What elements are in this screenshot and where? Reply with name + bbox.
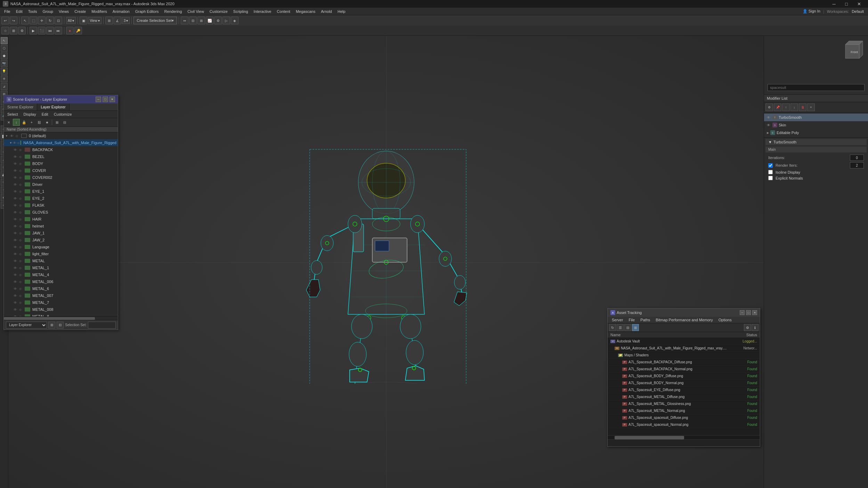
- lock-icon-helmet[interactable]: ◎: [19, 225, 24, 228]
- se-row-backpack[interactable]: 👁 ◎ BACKPACK: [4, 146, 118, 153]
- se-lock-btn[interactable]: 🔒: [21, 119, 27, 126]
- se-sort-btn[interactable]: ↕: [13, 119, 20, 126]
- at-refresh-btn[interactable]: ↻: [609, 324, 616, 331]
- skin-eye-icon[interactable]: 👁: [767, 123, 770, 127]
- close-button[interactable]: ✕: [853, 0, 865, 8]
- menu-modifiers[interactable]: Modifiers: [89, 8, 110, 15]
- menu-views[interactable]: Views: [56, 8, 72, 15]
- se-row-light-filter[interactable]: 👁 ◎ light_filter: [4, 250, 118, 257]
- helper-button[interactable]: ☆: [1, 27, 9, 34]
- lock-icon-light-filter[interactable]: ◎: [19, 253, 24, 256]
- se-horizontal-scrollbar[interactable]: [4, 316, 118, 320]
- lock-icon-nasa[interactable]: ◎: [17, 141, 19, 144]
- asset-tracking-content[interactable]: V Autodesk Vault Logged... M NASA_Astron…: [608, 338, 760, 435]
- selection-set-input[interactable]: [88, 322, 116, 329]
- se-row-metal1[interactable]: 👁 ◎ METAL_1: [4, 264, 118, 271]
- eye-icon-metal008[interactable]: 👁: [14, 308, 18, 312]
- lock-icon-metal8[interactable]: ◎: [19, 315, 24, 317]
- minimize-button[interactable]: ─: [828, 0, 840, 8]
- snap-dropdown[interactable]: 3▾: [122, 17, 130, 24]
- scene-explorer-tab[interactable]: Scene Explorer: [4, 104, 37, 110]
- eye-icon-metal4[interactable]: 👁: [14, 273, 18, 277]
- at-menu-options[interactable]: Options: [716, 317, 735, 323]
- iterations-input[interactable]: [850, 155, 864, 161]
- eye-icon-metal007[interactable]: 👁: [14, 294, 18, 298]
- modifier-tool[interactable]: ⊿: [1, 83, 8, 90]
- render-iters-input[interactable]: [850, 162, 864, 168]
- at-minimize-btn[interactable]: ─: [740, 310, 745, 315]
- se-row-cover002[interactable]: 👁 ◎ COVER002: [4, 174, 118, 181]
- se-row-driver[interactable]: 👁 ◎ Driver: [4, 181, 118, 188]
- scene-explorer-content[interactable]: ▼ 👁 ◎ 0 (default) ▼ 👁 ◎ NASA_Astronaut_S…: [4, 132, 118, 316]
- lock-icon-body[interactable]: ◎: [19, 162, 24, 165]
- lock-icon-metal[interactable]: ◎: [19, 259, 24, 263]
- lock-icon-hair[interactable]: ◎: [19, 218, 24, 221]
- se-menu-select[interactable]: Select: [5, 111, 20, 117]
- eye-icon-metal[interactable]: 👁: [14, 259, 18, 263]
- at-hierarchy-btn[interactable]: ⊞: [632, 324, 639, 331]
- align-button[interactable]: ⊟: [189, 17, 197, 24]
- lock-icon-eye1[interactable]: ◎: [19, 190, 24, 193]
- eye-icon-flask[interactable]: 👁: [14, 204, 18, 207]
- grid-button[interactable]: ⊞: [10, 27, 17, 34]
- se-row-metal008[interactable]: 👁 ◎ METAL_008: [4, 306, 118, 313]
- modifier-turbosmooth[interactable]: 👁 T TurboSmooth: [764, 114, 868, 121]
- curve-editor-button[interactable]: 📈: [206, 17, 213, 24]
- modifier-editable-poly[interactable]: ▶ E Editable Poly: [764, 129, 868, 137]
- scene-explorer-maximize-btn[interactable]: □: [103, 97, 108, 102]
- se-delete-btn[interactable]: ✕: [5, 119, 12, 126]
- layer-explorer-dropdown[interactable]: Layer Explorer: [6, 322, 47, 329]
- scene-explorer-minimize-btn[interactable]: ─: [96, 97, 101, 102]
- at-row-spacesuit-diffuse[interactable]: P A7L_Spacesuit_spacesuit_Diffuse.png Fo…: [608, 414, 760, 421]
- menu-tools[interactable]: Tools: [25, 8, 40, 15]
- menu-megascans[interactable]: Megascans: [293, 8, 318, 15]
- lock-icon-metal008[interactable]: ◎: [19, 308, 24, 311]
- at-filter-btn[interactable]: ⊟: [624, 324, 631, 331]
- lock-icon-metal4[interactable]: ◎: [19, 273, 24, 276]
- se-row-flask[interactable]: 👁 ◎ FLASK: [4, 202, 118, 209]
- eye-icon-eye1[interactable]: 👁: [14, 190, 18, 193]
- at-row-metal-normal[interactable]: P A7L_Spacesuit_METAL_Normal.png Found: [608, 407, 760, 414]
- eye-icon-hair[interactable]: 👁: [14, 217, 18, 221]
- se-row-eye2[interactable]: 👁 ◎ EYE_2: [4, 195, 118, 202]
- view-dropdown[interactable]: View▾: [88, 17, 102, 24]
- explicit-normals-checkbox[interactable]: [768, 176, 773, 180]
- eye-icon-light-filter[interactable]: 👁: [14, 252, 18, 256]
- modifier-move-up-button[interactable]: ↑: [782, 104, 790, 111]
- eye-icon-nasa[interactable]: 👁: [13, 141, 16, 145]
- lock-icon-backpack[interactable]: ◎: [19, 148, 24, 151]
- se-footer-btn-2[interactable]: ⊟: [57, 322, 64, 329]
- eye-icon-cover[interactable]: 👁: [14, 169, 18, 173]
- at-info-btn[interactable]: ℹ: [752, 324, 759, 331]
- eye-icon-eye2[interactable]: 👁: [14, 197, 18, 200]
- at-menu-server[interactable]: Server: [609, 317, 626, 323]
- eye-icon-cover002[interactable]: 👁: [14, 176, 18, 180]
- se-menu-edit[interactable]: Edit: [40, 111, 50, 117]
- stop-button[interactable]: ⬛: [38, 27, 46, 34]
- se-menu-customize[interactable]: Customize: [52, 111, 74, 117]
- menu-help[interactable]: Help: [335, 8, 348, 15]
- se-add-btn[interactable]: +: [28, 119, 35, 126]
- at-row-max-file[interactable]: M NASA_Astronaut_Suit_A7L_with_Male_Figu…: [608, 345, 760, 352]
- se-footer-btn-1[interactable]: ⊞: [48, 322, 55, 329]
- menu-scripting[interactable]: Scripting: [230, 8, 251, 15]
- se-row-hair[interactable]: 👁 ◎ HAIR: [4, 216, 118, 223]
- at-menu-paths[interactable]: Paths: [638, 317, 653, 323]
- se-row-jaw2[interactable]: 👁 ◎ JAW_2: [4, 237, 118, 243]
- lock-icon-gloves[interactable]: ◎: [19, 211, 24, 214]
- se-row-metal6[interactable]: 👁 ◎ METAL_6: [4, 285, 118, 292]
- menu-content[interactable]: Content: [274, 8, 293, 15]
- se-row-metal[interactable]: 👁 ◎ METAL: [4, 257, 118, 264]
- eye-icon-gloves[interactable]: 👁: [14, 210, 18, 214]
- lock-icon-cover[interactable]: ◎: [19, 169, 24, 172]
- eye-icon-metal006[interactable]: 👁: [14, 280, 18, 284]
- modifier-delete-button[interactable]: 🗑: [799, 104, 806, 111]
- turbosmooth-eye-icon[interactable]: 👁: [767, 116, 770, 119]
- scene-explorer-close-btn[interactable]: ✕: [109, 97, 115, 102]
- modifier-add-button[interactable]: +: [807, 104, 815, 111]
- camera-tool[interactable]: 📷: [1, 60, 8, 67]
- scale-button[interactable]: ⊡: [55, 17, 62, 24]
- play-button[interactable]: ▶: [30, 27, 37, 34]
- filter-dropdown[interactable]: All▾: [66, 17, 76, 24]
- lock-icon-metal6[interactable]: ◎: [19, 287, 24, 290]
